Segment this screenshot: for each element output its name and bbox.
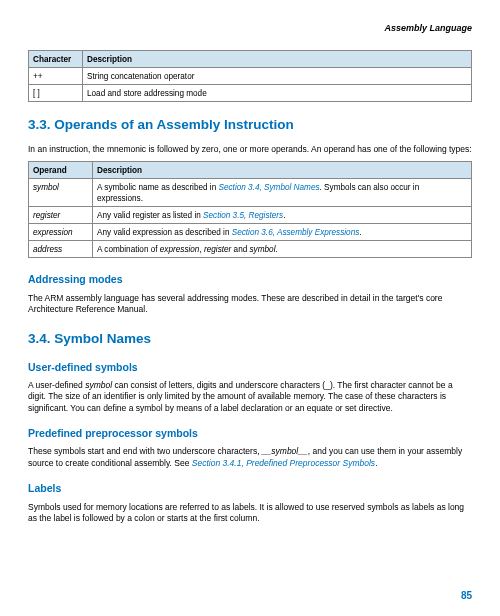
user-defined-symbols-heading: User-defined symbols: [28, 360, 472, 374]
predefined-preprocessor-heading: Predefined preprocessor symbols: [28, 426, 472, 440]
italic-term: symbol: [85, 380, 112, 390]
table-row: register Any valid register as listed in…: [29, 207, 472, 224]
table-header-row: Character Description: [29, 51, 472, 68]
desc-header: Description: [93, 162, 472, 179]
desc-cell: A symbolic name as described in Section …: [93, 179, 472, 207]
desc-cell: Any valid expression as described in Sec…: [93, 224, 472, 241]
user-defined-symbols-body: A user-defined symbol can consist of let…: [28, 380, 472, 414]
char-header: Character: [29, 51, 83, 68]
table-row: expression Any valid expression as descr…: [29, 224, 472, 241]
link-section-3-5[interactable]: Section 3.5, Registers: [203, 211, 283, 220]
desc-cell: A combination of expression, register an…: [93, 241, 472, 258]
section-3-3-intro: In an instruction, the mnemonic is follo…: [28, 144, 472, 155]
desc-cell: Load and store addressing mode: [83, 85, 472, 102]
text-fragment: A symbolic name as described in: [97, 183, 219, 192]
text-fragment: A combination of: [97, 245, 160, 254]
operand-cell: expression: [29, 224, 93, 241]
text-fragment: and: [231, 245, 249, 254]
operand-table: Operand Description symbol A symbolic na…: [28, 161, 472, 258]
char-cell: [ ]: [29, 85, 83, 102]
table-row: address A combination of expression, reg…: [29, 241, 472, 258]
link-section-3-6[interactable]: Section 3.6, Assembly Expressions: [232, 228, 360, 237]
table-row: [ ] Load and store addressing mode: [29, 85, 472, 102]
text-fragment: .: [375, 458, 377, 468]
italic-term: __symbol__: [262, 446, 308, 456]
addressing-modes-body: The ARM assembly language has several ad…: [28, 293, 472, 316]
text-fragment: Any valid expression as described in: [97, 228, 232, 237]
character-table: Character Description ++ String concaten…: [28, 50, 472, 102]
predefined-preprocessor-body: These symbols start and end with two und…: [28, 446, 472, 469]
table-header-row: Operand Description: [29, 162, 472, 179]
section-3-3-heading: 3.3. Operands of an Assembly Instruction: [28, 116, 472, 134]
desc-header: Description: [83, 51, 472, 68]
italic-term: symbol: [250, 245, 276, 254]
section-3-4-heading: 3.4. Symbol Names: [28, 330, 472, 348]
operand-cell: symbol: [29, 179, 93, 207]
operand-cell: address: [29, 241, 93, 258]
italic-term: expression: [160, 245, 200, 254]
link-section-3-4-1[interactable]: Section 3.4.1, Predefined Preprocessor S…: [192, 458, 375, 468]
labels-body: Symbols used for memory locations are re…: [28, 502, 472, 525]
text-fragment: A user-defined: [28, 380, 85, 390]
running-header: Assembly Language: [28, 22, 472, 34]
link-section-3-4[interactable]: Section 3.4, Symbol Names: [219, 183, 320, 192]
labels-heading: Labels: [28, 481, 472, 495]
table-row: symbol A symbolic name as described in S…: [29, 179, 472, 207]
text-fragment: Any valid register as listed in: [97, 211, 203, 220]
text-fragment: .: [275, 245, 277, 254]
desc-cell: String concatenation operator: [83, 68, 472, 85]
operand-header: Operand: [29, 162, 93, 179]
addressing-modes-heading: Addressing modes: [28, 272, 472, 286]
page-number: 85: [461, 589, 472, 603]
text-fragment: .: [283, 211, 285, 220]
table-row: ++ String concatenation operator: [29, 68, 472, 85]
operand-cell: register: [29, 207, 93, 224]
char-cell: ++: [29, 68, 83, 85]
desc-cell: Any valid register as listed in Section …: [93, 207, 472, 224]
italic-term: register: [204, 245, 231, 254]
text-fragment: These symbols start and end with two und…: [28, 446, 262, 456]
text-fragment: .: [359, 228, 361, 237]
